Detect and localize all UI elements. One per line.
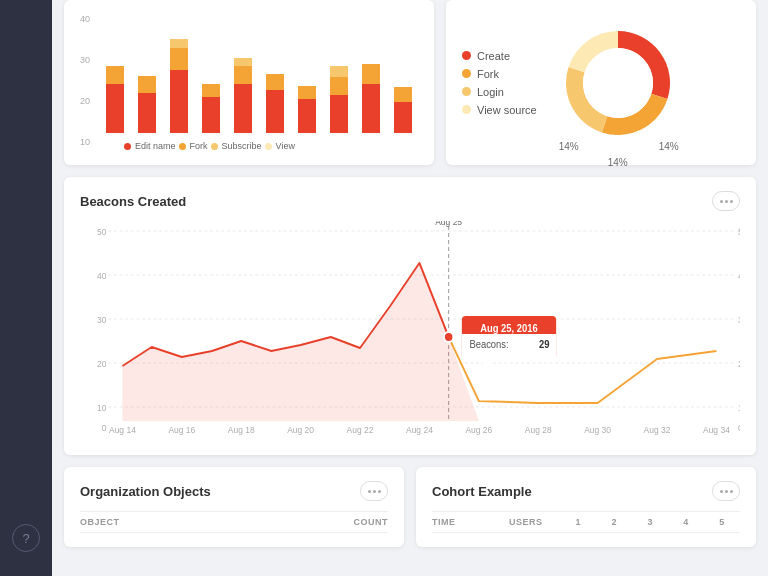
- cohort-more-dot-3: [730, 490, 733, 493]
- donut-pct-left: 14%: [559, 141, 579, 152]
- bar-stack: [298, 86, 316, 133]
- main-content: 10 20 30 40 Edit nameForkSubscribeView C…: [52, 0, 768, 576]
- bar-legend-item: View: [265, 141, 295, 151]
- y-label-30: 30: [80, 55, 96, 65]
- line-chart-container: 50 40 30 20 10 50 40 30 20 10 0 0 Aug 14…: [80, 221, 740, 441]
- sidebar: ?: [0, 0, 52, 576]
- svg-text:20: 20: [97, 359, 107, 369]
- org-objects-title: Organization Objects: [80, 484, 211, 499]
- bar-segment: [362, 84, 380, 134]
- org-objects-header: Organization Objects: [80, 481, 388, 501]
- svg-text:50: 50: [97, 227, 107, 237]
- org-col-object: OBJECT: [80, 517, 285, 527]
- org-objects-card: Organization Objects OBJECT COUNT: [64, 467, 404, 547]
- donut-legend-dot: [462, 87, 471, 96]
- svg-text:10: 10: [97, 403, 107, 413]
- svg-text:Aug 14: Aug 14: [109, 425, 136, 435]
- cohort-more-dot-2: [725, 490, 728, 493]
- svg-text:0: 0: [102, 423, 107, 433]
- more-dot-3: [730, 200, 733, 203]
- svg-text:Aug 26: Aug 26: [465, 425, 492, 435]
- org-more-dot-1: [368, 490, 371, 493]
- cohort-header: Cohort Example: [432, 481, 740, 501]
- cohort-col-1: 1: [560, 517, 596, 527]
- donut-legend-dot: [462, 69, 471, 78]
- bar-segment: [266, 74, 284, 90]
- help-button[interactable]: ?: [12, 524, 40, 552]
- bar-y-axis: 10 20 30 40: [80, 14, 100, 151]
- donut-legend-label: Login: [477, 86, 504, 98]
- bar-segment: [394, 102, 412, 134]
- bar-legend-dot: [211, 143, 218, 150]
- donut-legend: CreateForkLoginView source: [462, 50, 537, 116]
- bar-segment: [234, 66, 252, 84]
- bar-group: [196, 84, 225, 134]
- bar-segment: [170, 39, 188, 48]
- bar-group: [325, 66, 354, 133]
- donut-legend-item: Login: [462, 86, 537, 98]
- beacons-more-button[interactable]: [712, 191, 740, 211]
- more-dot-1: [720, 200, 723, 203]
- bar-group: [293, 86, 322, 133]
- top-row: 10 20 30 40 Edit nameForkSubscribeView C…: [64, 0, 756, 165]
- y-label-10: 10: [80, 137, 96, 147]
- line-chart-svg: 50 40 30 20 10 50 40 30 20 10 0 0 Aug 14…: [80, 221, 740, 441]
- bar-stack: [170, 39, 188, 134]
- bar-group: [100, 66, 129, 134]
- beacons-card-header: Beacons Created: [80, 191, 740, 211]
- svg-point-0: [583, 48, 653, 118]
- cohort-col-2: 2: [596, 517, 632, 527]
- org-objects-more-button[interactable]: [360, 481, 388, 501]
- bar-segment: [170, 48, 188, 71]
- bar-legend: Edit nameForkSubscribeView: [100, 141, 418, 151]
- bar-chart-area: Edit nameForkSubscribeView: [100, 14, 418, 151]
- donut-legend-dot: [462, 105, 471, 114]
- donut-legend-dot: [462, 51, 471, 60]
- cohort-more-button[interactable]: [712, 481, 740, 501]
- bar-segment: [106, 66, 124, 84]
- donut-legend-label: View source: [477, 104, 537, 116]
- bar-legend-dot: [265, 143, 272, 150]
- help-label: ?: [22, 531, 29, 546]
- svg-text:Aug 24: Aug 24: [406, 425, 433, 435]
- bar-stack: [362, 64, 380, 133]
- svg-text:0: 0: [738, 423, 740, 433]
- donut-legend-label: Fork: [477, 68, 499, 80]
- bar-chart-with-y: 10 20 30 40 Edit nameForkSubscribeView: [80, 14, 418, 151]
- tooltip-dot: [444, 332, 453, 342]
- bar-legend-dot: [124, 143, 131, 150]
- donut-pct-right: 14%: [659, 141, 679, 152]
- svg-text:30: 30: [97, 315, 107, 325]
- cohort-title: Cohort Example: [432, 484, 532, 499]
- svg-text:Aug 25: Aug 25: [435, 221, 462, 227]
- svg-text:Aug 28: Aug 28: [525, 425, 552, 435]
- cohort-col-3: 3: [632, 517, 668, 527]
- svg-text:Aug 16: Aug 16: [168, 425, 195, 435]
- bar-legend-item: Subscribe: [211, 141, 262, 151]
- bar-segment: [106, 84, 124, 134]
- svg-text:29: 29: [539, 339, 550, 350]
- bar-stack: [266, 74, 284, 133]
- bar-legend-dot: [179, 143, 186, 150]
- svg-text:Aug 20: Aug 20: [287, 425, 314, 435]
- donut-legend-item: Fork: [462, 68, 537, 80]
- svg-text:40: 40: [738, 271, 740, 281]
- svg-text:Aug 22: Aug 22: [347, 425, 374, 435]
- beacons-card-title: Beacons Created: [80, 194, 186, 209]
- cohort-col-time: TIME: [432, 517, 509, 527]
- svg-text:50: 50: [738, 227, 740, 237]
- bar-segment: [138, 76, 156, 92]
- bar-stack: [394, 87, 412, 133]
- bar-legend-item: Edit name: [124, 141, 176, 151]
- svg-text:Aug 30: Aug 30: [584, 425, 611, 435]
- svg-text:20: 20: [738, 359, 740, 369]
- bottom-row: Organization Objects OBJECT COUNT Cohort…: [64, 467, 756, 547]
- donut-chart-container: 14% 14% 14%: [553, 18, 683, 148]
- org-objects-table-header: OBJECT COUNT: [80, 511, 388, 533]
- svg-text:40: 40: [97, 271, 107, 281]
- bar-segment: [234, 84, 252, 134]
- y-label-40: 40: [80, 14, 96, 24]
- svg-text:Aug 34: Aug 34: [703, 425, 730, 435]
- bar-segment: [266, 90, 284, 133]
- svg-text:Aug 32: Aug 32: [644, 425, 671, 435]
